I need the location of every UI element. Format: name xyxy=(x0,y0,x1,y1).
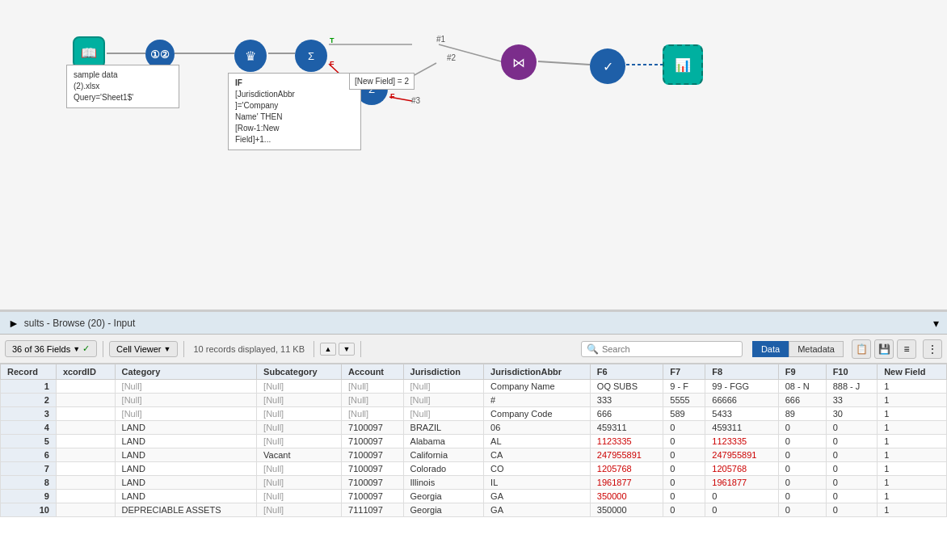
table-cell: 0 xyxy=(826,503,878,517)
table-cell: 3 xyxy=(1,407,57,421)
crown-node[interactable]: ♛ xyxy=(234,40,267,72)
col-header-newfield: New Field xyxy=(878,364,947,380)
collapse-icon[interactable]: ▾ xyxy=(933,317,939,330)
formula1-node[interactable]: Σ xyxy=(295,40,327,72)
fields-dropdown-btn[interactable]: 36 of 36 Fields ▼ ✓ xyxy=(5,340,97,357)
table-cell: [Null] xyxy=(115,380,257,394)
table-cell: 5 xyxy=(1,435,57,448)
table-cell: BRAZIL xyxy=(403,421,484,435)
table-row: 2[Null][Null][Null][Null]#33355556666666… xyxy=(1,394,947,407)
table-cell: 9 - F xyxy=(663,380,705,394)
table-cell: California xyxy=(403,448,484,462)
table-cell: 7100097 xyxy=(342,490,404,503)
table-cell: Vacant xyxy=(257,448,342,462)
table-cell: 0 xyxy=(826,462,878,476)
table-cell: 0 xyxy=(663,421,705,435)
table-cell: Georgia xyxy=(403,490,484,503)
table-cell xyxy=(56,476,115,490)
table-cell: 1205768 xyxy=(705,462,778,476)
sort-down-btn[interactable]: ▼ xyxy=(339,343,355,356)
if-tooltip: IF [JurisdictionAbbr ]='Company Name' TH… xyxy=(228,73,361,150)
table-cell: [Null] xyxy=(342,380,404,394)
table-cell: 0 xyxy=(778,476,826,490)
browse-node[interactable]: 📊 xyxy=(663,44,703,85)
table-cell: 0 xyxy=(778,448,826,462)
table-cell: 7100097 xyxy=(342,421,404,435)
svg-text:T: T xyxy=(330,36,335,44)
search-input[interactable] xyxy=(602,344,731,354)
table-cell: [Null] xyxy=(257,476,342,490)
table-cell: 1 xyxy=(878,462,947,476)
check-icon: ✓ xyxy=(603,59,613,74)
table-cell xyxy=(56,448,115,462)
table-cell: Georgia xyxy=(403,503,484,517)
data-btn[interactable]: Data xyxy=(752,341,789,357)
metadata-btn[interactable]: Metadata xyxy=(789,341,844,357)
table-cell: 0 xyxy=(705,503,778,517)
table-cell: 1 xyxy=(878,490,947,503)
checkmark-icon: ✓ xyxy=(82,343,90,354)
tooltip1-line3: Query='Sheet1$' xyxy=(74,92,172,103)
table-cell: OQ SUBS xyxy=(590,380,663,394)
table-cell: 5555 xyxy=(663,394,705,407)
col-header-category: Category xyxy=(115,364,257,380)
table-row: 4LAND[Null]7100097BRAZIL0645931104593110… xyxy=(1,421,947,435)
table-cell: 0 xyxy=(663,503,705,517)
table-cell: [Null] xyxy=(115,407,257,421)
svg-line-7 xyxy=(439,44,501,61)
book-icon: 📖 xyxy=(81,45,97,61)
table-cell: [Null] xyxy=(403,407,484,421)
table-cell: 0 xyxy=(663,490,705,503)
join-node[interactable]: ⋈ xyxy=(501,44,537,80)
table-cell: 0 xyxy=(826,476,878,490)
table-cell: LAND xyxy=(115,476,257,490)
tooltip2-line6: Field]+1... xyxy=(235,134,354,145)
table-cell: Company Code xyxy=(484,407,591,421)
table-cell: Illinois xyxy=(403,476,484,490)
table-cell: 08 - N xyxy=(778,380,826,394)
table-cell: [Null] xyxy=(257,490,342,503)
check-node[interactable]: ✓ xyxy=(590,48,625,84)
newfield-tooltip: [New Field] = 2 xyxy=(349,73,415,90)
tooltip1-line2: (2).xlsx xyxy=(74,81,172,92)
table-cell: 1123335 xyxy=(590,435,663,448)
table-cell: 459311 xyxy=(590,421,663,435)
svg-text:#2: #2 xyxy=(447,53,457,62)
table-cell: 0 xyxy=(778,503,826,517)
table-cell: [Null] xyxy=(257,380,342,394)
table-cell: LAND xyxy=(115,448,257,462)
table-cell: 0 xyxy=(826,421,878,435)
expand-icon[interactable]: ► xyxy=(8,317,19,330)
table-cell: 1 xyxy=(878,421,947,435)
table-cell: 30 xyxy=(826,407,878,421)
panel-settings-btn[interactable]: ⋮ xyxy=(923,339,942,359)
table-cell: LAND xyxy=(115,421,257,435)
table-cell: 888 - J xyxy=(826,380,878,394)
col-header-f8: F8 xyxy=(705,364,778,380)
panel-header: ► sults - Browse (20) - Input ▾ xyxy=(0,312,947,335)
table-cell: 7111097 xyxy=(342,503,404,517)
svg-line-8 xyxy=(538,61,590,65)
table-cell: [Null] xyxy=(342,394,404,407)
data-table-wrapper[interactable]: Record xcordID Category Subcategory Acco… xyxy=(0,364,947,560)
table-cell: 247955891 xyxy=(705,448,778,462)
table-cell xyxy=(56,490,115,503)
copy-icon-btn[interactable]: 📋 xyxy=(852,339,871,359)
more-icon-btn[interactable]: ≡ xyxy=(897,339,916,359)
viewer-dropdown-btn[interactable]: Cell Viewer ▼ xyxy=(109,341,178,357)
table-cell: 06 xyxy=(484,421,591,435)
table-cell: CA xyxy=(484,448,591,462)
sort-buttons: ▲ ▼ xyxy=(320,343,355,356)
table-cell xyxy=(56,394,115,407)
table-cell: 0 xyxy=(778,435,826,448)
table-cell: 1 xyxy=(878,380,947,394)
table-cell: 1123335 xyxy=(705,435,778,448)
panel-toolbar: 36 of 36 Fields ▼ ✓ Cell Viewer ▼ 10 rec… xyxy=(0,335,947,364)
table-cell: 0 xyxy=(778,490,826,503)
col-header-f6: F6 xyxy=(590,364,663,380)
input-node[interactable]: 📖 xyxy=(73,36,105,69)
save-icon-btn[interactable]: 💾 xyxy=(874,339,894,359)
table-row: 8LAND[Null]7100097IllinoisIL196187701961… xyxy=(1,476,947,490)
sort-up-btn[interactable]: ▲ xyxy=(320,343,336,356)
table-body: 1[Null][Null][Null][Null]Company NameOQ … xyxy=(1,380,947,517)
